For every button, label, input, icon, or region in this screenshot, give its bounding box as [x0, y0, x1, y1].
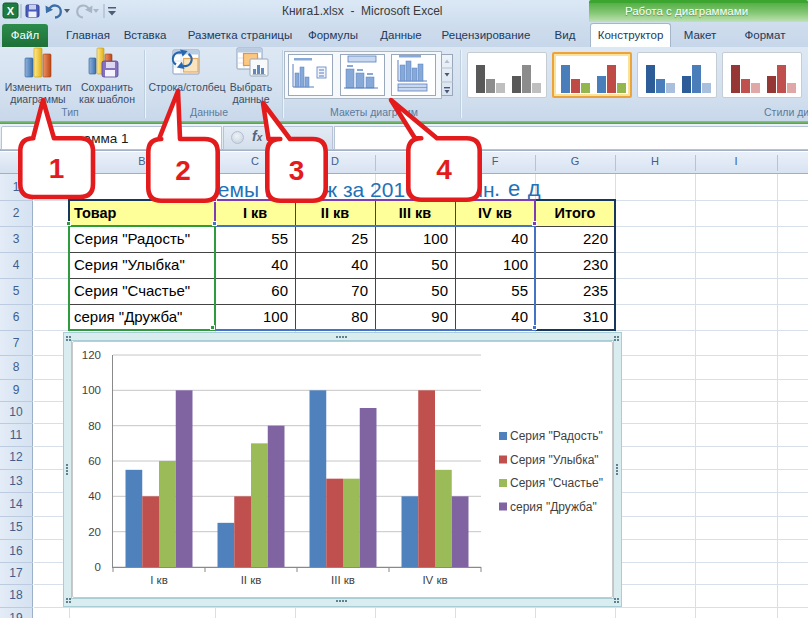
- svg-text:Серия "Счастье": Серия "Счастье": [510, 476, 603, 490]
- svg-text:3: 3: [289, 155, 305, 186]
- svg-text:1: 1: [49, 153, 65, 184]
- svg-text:2: 2: [175, 155, 191, 186]
- svg-text:Серия "Радость": Серия "Радость": [510, 429, 603, 443]
- svg-text:серия "Дружба": серия "Дружба": [510, 500, 597, 514]
- svg-text:100: 100: [82, 384, 101, 396]
- svg-text:80: 80: [88, 420, 101, 432]
- svg-text:60: 60: [88, 455, 101, 467]
- svg-text:X: X: [7, 5, 15, 17]
- svg-text:20: 20: [88, 526, 101, 538]
- svg-text:II кв: II кв: [241, 574, 262, 586]
- svg-text:40: 40: [88, 490, 101, 502]
- svg-text:Серия "Улыбка": Серия "Улыбка": [510, 453, 599, 467]
- svg-text:0: 0: [95, 561, 101, 573]
- svg-text:120: 120: [82, 349, 101, 361]
- svg-text:III кв: III кв: [331, 574, 355, 586]
- svg-text:IV кв: IV кв: [422, 574, 447, 586]
- svg-text:I кв: I кв: [150, 574, 168, 586]
- svg-text:4: 4: [436, 154, 452, 185]
